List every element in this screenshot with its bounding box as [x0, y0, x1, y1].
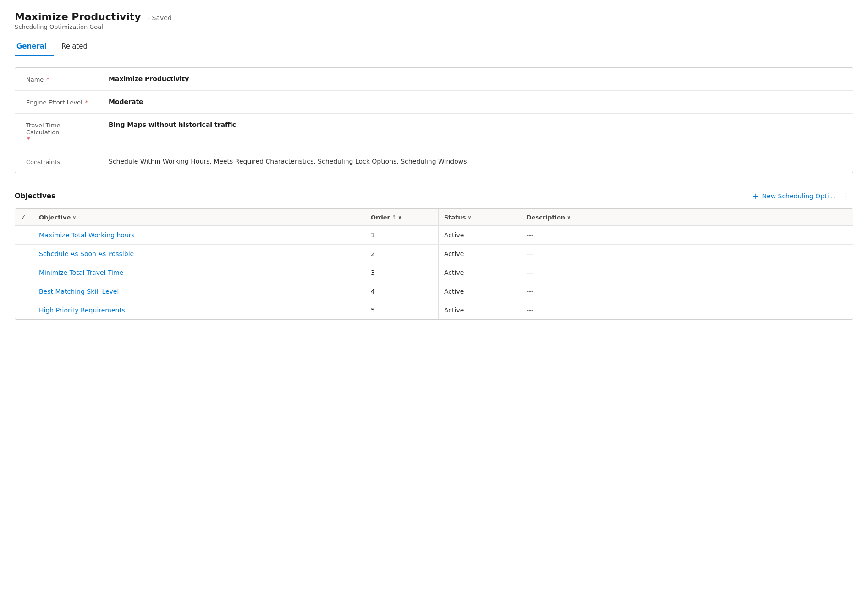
table-row: Schedule As Soon As Possible 2 Active --… — [15, 245, 853, 263]
objectives-actions: + New Scheduling Opti... ⋮ — [752, 190, 853, 203]
header-check-icon: ✓ — [21, 214, 26, 221]
th-check: ✓ — [15, 209, 33, 225]
td-desc-2: --- — [521, 263, 853, 282]
td-check-4 — [15, 301, 33, 319]
td-check-2 — [15, 263, 33, 282]
objectives-table: ✓ Objective ∨ Order ↑ ∨ Status ∨ Descrip… — [15, 208, 853, 320]
objectives-section: Objectives + New Scheduling Opti... ⋮ ✓ … — [15, 184, 853, 320]
form-row-travel: Travel Time Calculation * Bing Maps with… — [15, 114, 853, 150]
required-star-travel: * — [27, 136, 30, 143]
td-status-4: Active — [439, 301, 521, 319]
form-row-constraints: Constraints Schedule Within Working Hour… — [15, 150, 853, 173]
label-name: Name * — [26, 75, 109, 83]
objectives-header: Objectives + New Scheduling Opti... ⋮ — [15, 184, 853, 208]
value-travel: Bing Maps without historical traffic — [109, 121, 842, 128]
page-subtitle: Scheduling Optimization Goal — [15, 23, 853, 30]
td-check-1 — [15, 245, 33, 263]
tab-bar: General Related — [15, 38, 853, 56]
td-objective-4[interactable]: High Priority Requirements — [33, 301, 365, 319]
label-constraints: Constraints — [26, 158, 109, 165]
td-order-1: 2 — [365, 245, 439, 263]
td-check-3 — [15, 282, 33, 301]
td-order-3: 4 — [365, 282, 439, 301]
table-row: Maximize Total Working hours 1 Active --… — [15, 226, 853, 245]
tab-general[interactable]: General — [15, 38, 54, 56]
label-effort: Engine Effort Level * — [26, 98, 109, 106]
td-check-0 — [15, 226, 33, 244]
more-options-icon[interactable]: ⋮ — [839, 190, 853, 203]
td-desc-3: --- — [521, 282, 853, 301]
form-row-name: Name * Maximize Productivity — [15, 68, 853, 91]
label-travel: Travel Time Calculation * — [26, 121, 109, 143]
td-status-3: Active — [439, 282, 521, 301]
required-star-effort: * — [85, 99, 88, 106]
td-status-0: Active — [439, 226, 521, 244]
td-objective-0[interactable]: Maximize Total Working hours — [33, 226, 365, 244]
new-btn-label: New Scheduling Opti... — [762, 192, 835, 200]
th-objective[interactable]: Objective ∨ — [33, 209, 365, 225]
table-row: Minimize Total Travel Time 3 Active --- — [15, 263, 853, 282]
td-status-1: Active — [439, 245, 521, 263]
value-effort: Moderate — [109, 98, 842, 105]
td-order-4: 5 — [365, 301, 439, 319]
td-objective-2[interactable]: Minimize Total Travel Time — [33, 263, 365, 282]
th-status[interactable]: Status ∨ — [439, 209, 521, 225]
td-order-2: 3 — [365, 263, 439, 282]
value-constraints: Schedule Within Working Hours, Meets Req… — [109, 158, 842, 165]
table-row: High Priority Requirements 5 Active --- — [15, 301, 853, 319]
td-desc-1: --- — [521, 245, 853, 263]
td-desc-4: --- — [521, 301, 853, 319]
form-card: Name * Maximize Productivity Engine Effo… — [15, 67, 853, 173]
new-scheduling-button[interactable]: + New Scheduling Opti... — [752, 192, 835, 200]
saved-badge: - Saved — [148, 14, 172, 22]
th-order[interactable]: Order ↑ ∨ — [365, 209, 439, 225]
value-name: Maximize Productivity — [109, 75, 842, 82]
required-star-name: * — [46, 76, 49, 83]
td-order-0: 1 — [365, 226, 439, 244]
plus-icon: + — [752, 192, 759, 200]
order-up-icon: ↑ — [392, 214, 396, 220]
page-title: Maximize Productivity — [15, 11, 141, 22]
objectives-title: Objectives — [15, 192, 55, 200]
td-desc-0: --- — [521, 226, 853, 244]
form-row-effort: Engine Effort Level * Moderate — [15, 91, 853, 114]
table-row: Best Matching Skill Level 4 Active --- — [15, 282, 853, 301]
td-status-2: Active — [439, 263, 521, 282]
objective-chevron-icon: ∨ — [72, 215, 76, 220]
td-objective-3[interactable]: Best Matching Skill Level — [33, 282, 365, 301]
table-header: ✓ Objective ∨ Order ↑ ∨ Status ∨ Descrip… — [15, 209, 853, 226]
desc-chevron-icon: ∨ — [567, 215, 571, 220]
td-objective-1[interactable]: Schedule As Soon As Possible — [33, 245, 365, 263]
th-description[interactable]: Description ∨ — [521, 209, 853, 225]
tab-related[interactable]: Related — [60, 38, 95, 56]
page-header: Maximize Productivity - Saved Scheduling… — [15, 11, 853, 30]
status-chevron-icon: ∨ — [468, 215, 472, 220]
order-chevron-icon: ∨ — [398, 215, 401, 220]
